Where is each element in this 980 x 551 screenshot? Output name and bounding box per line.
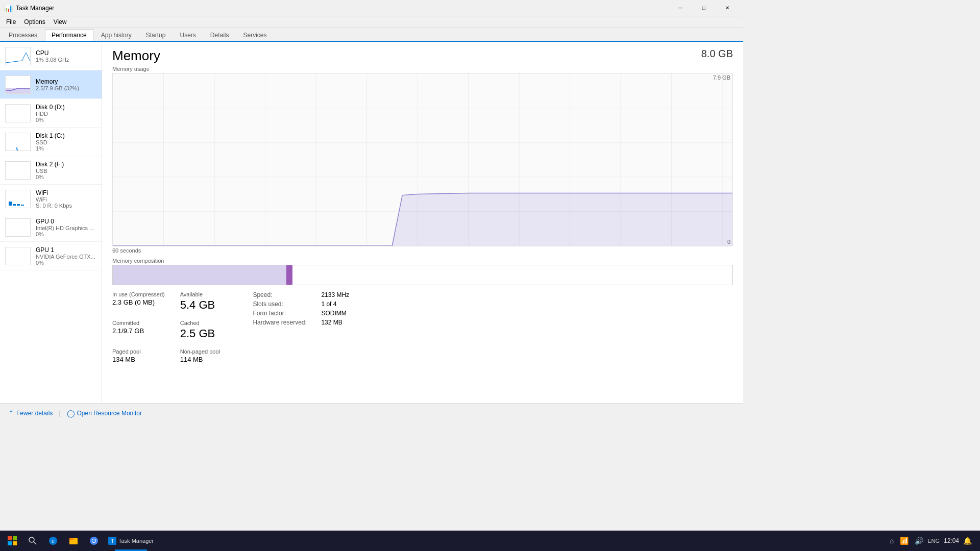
paged-pool-label: Paged pool xyxy=(112,348,165,355)
gpu1-info: GPU 1 NVIDIA GeForce GTX... 0% xyxy=(36,246,96,266)
disk0-type: HDD xyxy=(36,111,96,117)
comp-standby xyxy=(292,265,732,285)
stat-hw-reserved: Hardware reserved: 132 MB xyxy=(253,319,349,326)
sidebar-item-disk1[interactable]: Disk 1 (C:) SSD 1% xyxy=(0,128,102,156)
memory-info: Memory 2.5/7.9 GB (32%) xyxy=(36,78,96,91)
content-size: 8.0 GB xyxy=(701,48,733,60)
non-paged-label: Non-paged pool xyxy=(180,348,233,355)
sidebar-item-memory[interactable]: Memory 2.5/7.9 GB (32%) xyxy=(0,70,102,99)
cpu-label: CPU xyxy=(36,49,96,57)
memory-thumbnail xyxy=(5,76,31,94)
stat-paged-pool: Paged pool 134 MB xyxy=(112,348,165,363)
menu-options[interactable]: Options xyxy=(20,17,49,27)
wifi-speed: S: 0 R: 0 Kbps xyxy=(36,203,96,209)
stats-section: In use (Compressed) 2.3 GB (0 MB) Availa… xyxy=(112,291,733,371)
hw-reserved-label: Hardware reserved: xyxy=(253,319,319,326)
app-icon: 📊 xyxy=(4,4,13,12)
available-value: 5.4 GB xyxy=(180,298,233,312)
cached-label: Cached xyxy=(180,320,233,326)
fewer-details-icon: ⌃ xyxy=(8,409,14,417)
speed-label: Speed: xyxy=(253,291,319,298)
disk0-info: Disk 0 (D:) HDD 0% xyxy=(36,104,96,123)
wifi-info: WiFi WiFi S: 0 R: 0 Kbps xyxy=(36,189,96,209)
wifi-label: WiFi xyxy=(36,189,96,196)
in-use-value: 2.3 GB (0 MB) xyxy=(112,298,165,306)
wifi-type: WiFi xyxy=(36,196,96,203)
gpu0-usage: 0% xyxy=(36,231,96,237)
disk2-info: Disk 2 (F:) USB 0% xyxy=(36,161,96,180)
sidebar-item-wifi[interactable]: WiFi WiFi S: 0 R: 0 Kbps xyxy=(0,185,102,213)
speed-value: 2133 MHz xyxy=(321,291,349,298)
gpu0-label: GPU 0 xyxy=(36,218,96,225)
tab-details[interactable]: Details xyxy=(204,29,236,41)
tab-processes[interactable]: Processes xyxy=(2,29,44,41)
minimize-button[interactable]: ─ xyxy=(669,0,692,16)
tab-apphistory[interactable]: App history xyxy=(94,29,138,41)
gpu0-thumbnail xyxy=(5,218,31,237)
chart-max-label: 7.9 GB xyxy=(713,74,730,81)
menu-file[interactable]: File xyxy=(2,17,20,27)
committed-label: Committed xyxy=(112,320,165,326)
slots-label: Slots used: xyxy=(253,300,319,308)
stat-cached: Cached 2.5 GB xyxy=(180,320,233,340)
tab-users[interactable]: Users xyxy=(173,29,202,41)
close-button[interactable]: ✕ xyxy=(716,0,739,16)
slots-value: 1 of 4 xyxy=(321,300,336,308)
sidebar-item-gpu1[interactable]: GPU 1 NVIDIA GeForce GTX... 0% xyxy=(0,242,102,270)
non-paged-value: 114 MB xyxy=(180,356,233,363)
chart-min-label: 0 xyxy=(727,239,730,245)
resource-monitor-icon: ◯ xyxy=(67,409,75,417)
tab-services[interactable]: Services xyxy=(237,29,274,41)
disk1-type: SSD xyxy=(36,139,96,145)
stat-form: Form factor: SODIMM xyxy=(253,310,349,317)
menubar: File Options View xyxy=(0,16,743,28)
sidebar-item-disk0[interactable]: Disk 0 (D:) HDD 0% xyxy=(0,99,102,128)
disk2-type: USB xyxy=(36,168,96,174)
available-label: Available xyxy=(180,291,233,297)
stat-non-paged: Non-paged pool 114 MB xyxy=(180,348,233,363)
gpu1-thumbnail xyxy=(5,247,31,265)
content-header: Memory 8.0 GB xyxy=(112,48,733,64)
disk1-thumbnail xyxy=(5,133,31,151)
bottom-bar: ⌃ Fewer details | ◯ Open Resource Monito… xyxy=(0,403,743,422)
disk1-info: Disk 1 (C:) SSD 1% xyxy=(36,132,96,152)
disk0-label: Disk 0 (D:) xyxy=(36,104,96,111)
memory-chart: 7.9 GB 0 xyxy=(112,73,733,246)
chart-label: Memory usage xyxy=(112,66,733,72)
right-stats: Speed: 2133 MHz Slots used: 1 of 4 Form … xyxy=(253,291,349,371)
gpu0-info: GPU 0 Intel(R) HD Graphics ... 0% xyxy=(36,218,96,237)
content-title: Memory xyxy=(112,48,160,64)
cached-value: 2.5 GB xyxy=(180,327,233,340)
form-value: SODIMM xyxy=(321,310,346,317)
disk2-usage: 0% xyxy=(36,174,96,180)
composition-label: Memory composition xyxy=(112,258,733,264)
stat-slots: Slots used: 1 of 4 xyxy=(253,300,349,308)
sidebar-item-cpu[interactable]: CPU 1% 3.08 GHz xyxy=(0,42,102,70)
fewer-details-link[interactable]: ⌃ Fewer details xyxy=(8,409,53,417)
stat-committed: Committed 2.1/9.7 GB xyxy=(112,320,165,340)
disk1-usage: 1% xyxy=(36,145,96,152)
content-area: Memory 8.0 GB Memory usage 7.9 GB 0 xyxy=(102,42,743,403)
titlebar: 📊 Task Manager ─ □ ✕ xyxy=(0,0,743,16)
svg-marker-18 xyxy=(113,193,732,246)
tab-performance[interactable]: Performance xyxy=(45,29,93,41)
menu-view[interactable]: View xyxy=(50,17,71,27)
open-resource-monitor-link[interactable]: ◯ Open Resource Monitor xyxy=(67,409,142,417)
memory-usage: 2.5/7.9 GB (32%) xyxy=(36,85,96,91)
sidebar-item-disk2[interactable]: Disk 2 (F:) USB 0% xyxy=(0,156,102,185)
cpu-usage: 1% 3.08 GHz xyxy=(36,57,96,63)
disk1-label: Disk 1 (C:) xyxy=(36,132,96,139)
stat-available: Available 5.4 GB xyxy=(180,291,233,312)
titlebar-title: Task Manager xyxy=(16,5,54,12)
gpu1-usage: 0% xyxy=(36,260,96,266)
bottom-separator: | xyxy=(59,410,60,417)
sidebar: CPU 1% 3.08 GHz Memory 2.5/7.9 GB (32%) xyxy=(0,42,102,403)
stat-in-use: In use (Compressed) 2.3 GB (0 MB) xyxy=(112,291,165,312)
resource-monitor-label: Open Resource Monitor xyxy=(77,410,142,417)
memory-label: Memory xyxy=(36,78,96,85)
maximize-button[interactable]: □ xyxy=(692,0,716,16)
committed-value: 2.1/9.7 GB xyxy=(112,327,165,335)
tab-startup[interactable]: Startup xyxy=(139,29,173,41)
form-label: Form factor: xyxy=(253,310,319,317)
sidebar-item-gpu0[interactable]: GPU 0 Intel(R) HD Graphics ... 0% xyxy=(0,213,102,242)
